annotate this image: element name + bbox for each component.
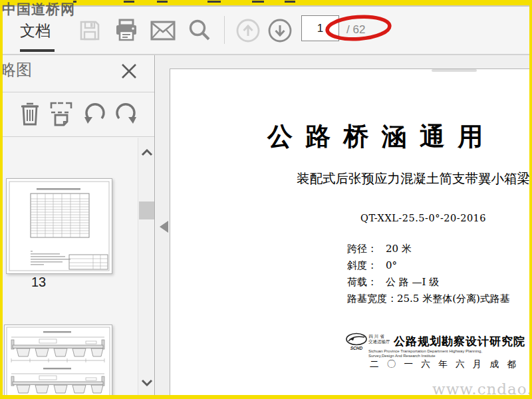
scan-artifact bbox=[124, 1, 134, 3]
close-icon bbox=[120, 63, 138, 80]
page-number-input[interactable]: 1 bbox=[301, 15, 339, 41]
pdf-viewer-window: 文档 bbox=[3, 5, 529, 395]
thumbnail-page-13[interactable] bbox=[6, 178, 112, 274]
chevron-up-icon bbox=[141, 148, 153, 156]
rotate-cw-icon bbox=[113, 101, 138, 126]
thumbnail-drawing bbox=[5, 325, 112, 395]
page-total-label: / 62 bbox=[346, 23, 365, 37]
panel-divider bbox=[3, 92, 155, 92]
scroll-up-button[interactable] bbox=[138, 146, 155, 159]
extract-page-icon bbox=[49, 100, 75, 127]
institute-logo: SCHD bbox=[344, 332, 368, 354]
previous-page-button[interactable] bbox=[235, 17, 261, 44]
toolbar: 文档 bbox=[3, 7, 529, 55]
print-icon bbox=[114, 18, 139, 43]
chevron-down-icon bbox=[141, 379, 153, 387]
document-viewer[interactable]: 公 路 桥 涵 通 用 装配式后张预应力混凝土简支带翼小箱梁 QT-XXL-25… bbox=[156, 55, 529, 395]
next-page-button[interactable] bbox=[267, 17, 293, 44]
svg-text:SCHD: SCHD bbox=[350, 346, 363, 350]
delete-page-button[interactable] bbox=[16, 99, 44, 128]
department-name-small: 四 川 省 交通运输厅 bbox=[368, 332, 394, 344]
delete-icon bbox=[19, 100, 41, 127]
site-watermark-top: 中国道桥网 bbox=[2, 0, 75, 19]
institute-name-cn: 公路规划勘察设计研究院 bbox=[394, 332, 525, 349]
collapse-sidebar-arrow-icon[interactable] bbox=[160, 221, 168, 233]
panel-close-button[interactable] bbox=[118, 61, 140, 82]
publication-date-city: 二 〇 一 六 年 六 月 成 都 bbox=[370, 358, 519, 370]
document-code: QT-XXL-25.5-0°-20-2016 bbox=[360, 213, 486, 223]
rotate-ccw-button[interactable] bbox=[81, 99, 109, 128]
pdf-page-canvas[interactable]: 公 路 桥 涵 通 用 装配式后张预应力混凝土简支带翼小箱梁 QT-XXL-25… bbox=[170, 68, 529, 395]
search-button[interactable] bbox=[186, 17, 213, 44]
mail-icon bbox=[150, 19, 176, 42]
bridge-logo-icon: SCHD bbox=[345, 332, 368, 351]
tab-active-underline bbox=[20, 49, 55, 52]
thumbnail-scrollbar[interactable] bbox=[138, 138, 155, 395]
scan-artifact bbox=[207, 1, 221, 3]
spec-row: 跨径：20 米 bbox=[347, 241, 510, 257]
print-button[interactable] bbox=[113, 17, 140, 44]
institute-name-en: Sichuan Province Transportation Departme… bbox=[368, 349, 482, 358]
spec-list: 跨径：20 米 斜度：0° 荷载：公 路 —Ⅰ 级 路基宽度：25.5 米整体(… bbox=[347, 241, 510, 307]
spec-row: 荷载：公 路 —Ⅰ 级 bbox=[347, 274, 510, 291]
panel-divider bbox=[3, 136, 155, 137]
search-icon bbox=[187, 18, 212, 43]
thumbnail-page-number: 13 bbox=[21, 275, 56, 290]
document-subtitle: 装配式后张预应力混凝土简支带翼小箱梁 bbox=[297, 170, 529, 188]
site-watermark-page: www.cndao.com bbox=[432, 380, 529, 395]
scan-artifact bbox=[285, 1, 295, 3]
scan-smudge bbox=[432, 69, 477, 72]
scan-artifact bbox=[157, 1, 168, 3]
extract-page-button[interactable] bbox=[48, 99, 76, 128]
save-button[interactable] bbox=[76, 17, 103, 44]
rotate-ccw-icon bbox=[82, 101, 108, 126]
scrollbar-thumb[interactable] bbox=[139, 201, 155, 219]
thumbnail-page-next[interactable] bbox=[4, 325, 112, 395]
thumbnail-panel: 略图 bbox=[3, 55, 155, 395]
mail-button[interactable] bbox=[150, 17, 176, 44]
spec-row: 斜度：0° bbox=[347, 257, 510, 274]
scan-artifact bbox=[252, 1, 264, 3]
page-up-icon bbox=[235, 18, 261, 43]
toolbar-divider bbox=[224, 16, 225, 44]
scroll-down-button[interactable] bbox=[138, 376, 155, 390]
spec-row: 路基宽度：25.5 米整体(分离)式路基 bbox=[347, 291, 510, 307]
document-title: 公 路 桥 涵 通 用 bbox=[267, 120, 483, 154]
rotate-cw-button[interactable] bbox=[112, 99, 140, 128]
thumbnail-drawing bbox=[7, 179, 112, 273]
panel-title: 略图 bbox=[3, 59, 32, 80]
page-down-icon bbox=[267, 18, 293, 43]
save-icon bbox=[78, 19, 102, 43]
tab-document[interactable]: 文档 bbox=[20, 21, 51, 41]
